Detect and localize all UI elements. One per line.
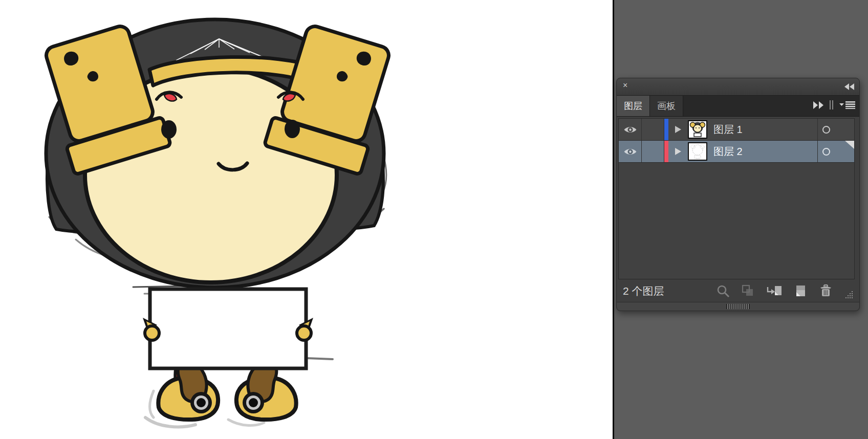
delete-trash-icon[interactable] (819, 284, 833, 300)
panel-menu-icon[interactable] (839, 101, 855, 111)
lock-toggle[interactable] (642, 141, 664, 162)
new-sublayer-icon[interactable] (766, 284, 783, 299)
artboard-canvas[interactable] (0, 0, 613, 439)
layer-thumbnail[interactable] (688, 142, 707, 161)
layer-count-label: 2 个图层 (618, 284, 664, 298)
character-artwork (0, 0, 613, 439)
expand-layer-button[interactable] (668, 119, 688, 140)
layer-name[interactable]: 图层 1 (713, 119, 817, 140)
visibility-toggle[interactable] (619, 141, 642, 162)
layers-panel: × 图层 画板 (616, 78, 860, 311)
layer-thumbnail[interactable] (688, 120, 707, 139)
expand-layer-button[interactable] (668, 141, 688, 162)
layer-row-1[interactable]: 图层 1 (619, 119, 854, 141)
target-cell[interactable] (817, 119, 854, 140)
tab-artboards[interactable]: 画板 (650, 96, 683, 116)
panel-tabstrip: 图层 画板 (617, 96, 859, 117)
panel-status-bar: 2 个图层 (618, 279, 855, 302)
layer-name-label: 图层 2 (713, 145, 743, 159)
panel-titlebar[interactable]: × (617, 78, 859, 96)
tabstrip-divider (830, 100, 834, 112)
tab-layers-label: 图层 (624, 100, 642, 112)
collapse-double-left-icon[interactable] (844, 83, 855, 92)
dock-bottom-strip (617, 302, 859, 311)
target-circle-icon (822, 148, 830, 156)
locate-object-icon[interactable] (717, 284, 730, 300)
visibility-toggle[interactable] (619, 119, 642, 140)
target-circle-icon (822, 126, 830, 134)
eye-icon (623, 147, 637, 156)
layer-name[interactable]: 图层 2 (713, 141, 817, 162)
clipping-mask-icon[interactable] (742, 284, 754, 299)
layers-list: 图层 1 (618, 118, 855, 279)
pencil-sketch-thumbnail (689, 143, 706, 160)
resize-grip-icon[interactable] (844, 291, 854, 302)
expand-double-right-icon[interactable] (813, 101, 824, 111)
layer-color-bar (664, 119, 668, 140)
close-icon[interactable]: × (623, 81, 627, 90)
disclosure-triangle-icon (675, 148, 681, 155)
color-character-thumbnail (689, 121, 706, 138)
blank-sign (150, 289, 306, 368)
new-layer-icon[interactable] (794, 284, 807, 299)
layer-color-bar (664, 141, 668, 162)
eye-icon (623, 125, 637, 134)
layer-name-label: 图层 1 (713, 123, 743, 137)
eye-right (285, 120, 300, 138)
dock-drag-handle[interactable] (726, 304, 750, 309)
tab-artboards-label: 画板 (657, 100, 676, 112)
lock-toggle[interactable] (642, 119, 664, 140)
selection-corner-indicator (845, 141, 854, 149)
disclosure-triangle-icon (675, 126, 681, 133)
tab-layers[interactable]: 图层 (617, 96, 650, 116)
layer-row-2[interactable]: 图层 2 (619, 141, 854, 163)
eye-left (161, 120, 177, 139)
